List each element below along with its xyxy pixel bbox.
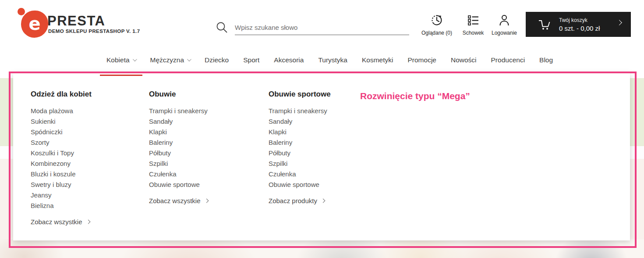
chevron-right-icon (204, 199, 209, 203)
menu-item-link[interactable]: Sandały (269, 116, 360, 127)
menu-item-link[interactable]: Obuwie sportowe (269, 179, 360, 190)
nav-label: Blog (539, 56, 553, 64)
menu-item-link[interactable]: Szorty (31, 137, 149, 148)
logo-brand-text: PRESTA (47, 13, 105, 29)
mega-column-list: Trampki i sneakersy Sandały Klapki Baler… (269, 106, 360, 190)
login-button[interactable]: Logowanie (484, 13, 524, 36)
menu-item-link[interactable]: Trampki i sneakersy (269, 106, 360, 116)
menu-item-link[interactable]: Baleriny (149, 137, 269, 148)
menu-item-link[interactable]: Półbuty (269, 148, 360, 158)
nav-label: Promocje (407, 56, 436, 64)
nav-label: Kosmetyki (362, 56, 393, 64)
logo-tagline: DEMO SKLEPU PRESTASHOP V. 1.7 (48, 29, 140, 34)
nav-label: Kobieta (106, 56, 130, 64)
chevron-right-icon (321, 199, 325, 203)
viewed-products-button[interactable]: Oglądane (0) (417, 13, 457, 36)
menu-item-link[interactable]: Bielizna (31, 201, 149, 211)
nav-label: Akcesoria (274, 56, 304, 64)
menu-item-link[interactable]: Kombinezony (31, 158, 149, 169)
menu-item-link[interactable]: Klapki (269, 127, 360, 137)
chevron-right-icon (616, 20, 622, 25)
mega-column-obuwie: Obuwie Trampki i sneakersy Sandały Klapk… (149, 90, 269, 240)
menu-item-link[interactable]: Czułenka (269, 169, 360, 179)
nav-item-blog[interactable]: Blog (539, 56, 553, 64)
see-all-link[interactable]: Zobacz wszystkie (149, 197, 269, 204)
chevron-right-icon (86, 220, 90, 224)
menu-item-link[interactable]: Półbuty (149, 148, 269, 158)
nav-item-akcesoria[interactable]: Akcesoria (274, 56, 304, 64)
nav-label: Mężczyzna (150, 56, 184, 64)
nav-list: Kobieta Mężczyzna Dziecko Sport Akcesori… (106, 48, 553, 72)
nav-item-dziecko[interactable]: Dziecko (205, 56, 229, 64)
logo-mark: e (21, 11, 48, 38)
active-nav-underline (100, 75, 142, 76)
nav-item-sport[interactable]: Sport (243, 56, 259, 64)
main-navigation: Kobieta Mężczyzna Dziecko Sport Akcesori… (0, 48, 644, 72)
see-products-label: Zobacz produkty (269, 197, 317, 204)
mega-menu-dropdown: Odzież dla kobiet Moda plażowa Sukienki … (13, 73, 630, 240)
see-all-label: Zobacz wszystkie (149, 197, 201, 204)
menu-item-link[interactable]: Baleriny (269, 137, 360, 148)
nav-item-mezczyzna[interactable]: Mężczyzna (150, 56, 191, 64)
mega-column-title[interactable]: Obuwie sportowe (269, 90, 360, 99)
menu-item-link[interactable]: Klapki (149, 127, 269, 137)
menu-item-link[interactable]: Szpilki (149, 158, 269, 169)
search-input[interactable] (235, 20, 409, 35)
store-logo[interactable]: e PRESTA DEMO SKLEPU PRESTASHOP V. 1.7 (18, 7, 158, 40)
see-all-link[interactable]: Zobacz wszystkie (31, 218, 149, 226)
mega-column-list: Trampki i sneakersy Sandały Klapki Baler… (149, 106, 269, 190)
search-bar (216, 18, 410, 39)
cart-summary: 0 szt. - 0,00 zł (559, 25, 600, 32)
nav-item-nowosci[interactable]: Nowości (451, 56, 477, 64)
nav-label: Sport (243, 56, 259, 64)
header: e PRESTA DEMO SKLEPU PRESTASHOP V. 1.7 O… (0, 0, 644, 48)
menu-item-link[interactable]: Jeansy (31, 190, 149, 201)
history-clock-icon (417, 13, 457, 27)
viewed-products-label: Oglądane (0) (417, 30, 457, 36)
menu-item-link[interactable]: Trampki i sneakersy (149, 106, 269, 116)
mega-column-odziez: Odzież dla kobiet Moda plażowa Sukienki … (31, 90, 149, 240)
see-all-label: Zobacz wszystkie (31, 218, 82, 226)
mega-column-title[interactable]: Odzież dla kobiet (31, 90, 149, 99)
nav-item-producenci[interactable]: Producenci (491, 56, 525, 64)
chevron-down-icon (187, 57, 191, 61)
menu-item-link[interactable]: Sandały (149, 116, 269, 127)
cart-icon (535, 17, 551, 32)
menu-item-link[interactable]: Spódniczki (31, 127, 149, 137)
chevron-down-icon (133, 57, 137, 61)
cart-texts: Twój koszyk 0 szt. - 0,00 zł (559, 17, 600, 32)
cart-title: Twój koszyk (559, 17, 600, 23)
menu-item-link[interactable]: Swetry i bluzy (31, 179, 149, 190)
menu-item-link[interactable]: Bluzki i koszule (31, 169, 149, 179)
menu-item-link[interactable]: Czułenka (149, 169, 269, 179)
mega-column-list: Moda plażowa Sukienki Spódniczki Szorty … (31, 106, 149, 211)
mega-column-title[interactable]: Obuwie (149, 90, 269, 99)
nav-item-kobieta[interactable]: Kobieta (106, 56, 136, 64)
menu-item-link[interactable]: Moda plażowa (31, 106, 149, 116)
login-label: Logowanie (484, 30, 524, 36)
nav-item-promocje[interactable]: Promocje (407, 56, 436, 64)
nav-label: Producenci (491, 56, 525, 64)
user-icon (484, 13, 524, 27)
nav-item-turystyka[interactable]: Turystyka (318, 56, 347, 64)
cart-button[interactable]: Twój koszyk 0 szt. - 0,00 zł (526, 12, 631, 37)
nav-label: Nowości (451, 56, 477, 64)
nav-label: Turystyka (318, 56, 347, 64)
nav-item-kosmetyki[interactable]: Kosmetyki (362, 56, 393, 64)
menu-item-link[interactable]: Obuwie sportowe (149, 179, 269, 190)
menu-item-link[interactable]: Sukienki (31, 116, 149, 127)
logo-letter: e (21, 14, 48, 34)
mega-column-obuwie-sportowe: Obuwie sportowe Trampki i sneakersy Sand… (269, 90, 360, 240)
mega-menu-annotation: Rozwinięcie typu “Mega” (360, 91, 470, 240)
menu-item-link[interactable]: Szpilki (269, 158, 360, 169)
see-products-link[interactable]: Zobacz produkty (269, 197, 360, 204)
search-icon[interactable] (216, 21, 229, 34)
menu-item-link[interactable]: Koszulki i Topy (31, 148, 149, 158)
nav-label: Dziecko (205, 56, 229, 64)
hero-photo-strip (0, 239, 644, 258)
